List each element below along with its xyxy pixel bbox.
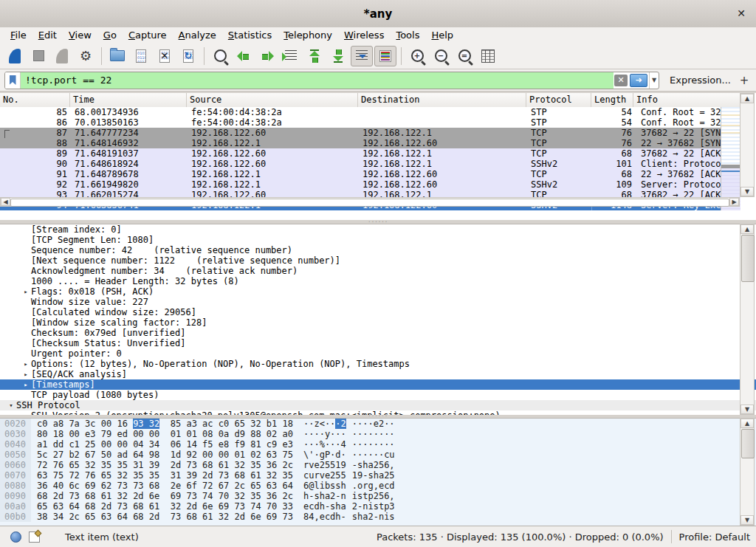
packet-row-92[interactable]: 9271.661949820192.168.122.1192.168.122.6… bbox=[0, 179, 721, 190]
hex-row-0070[interactable]: 007063 75 72 76 65 32 35 35 31 39 2d 73 … bbox=[0, 470, 756, 481]
scroll-up-arrow-icon[interactable]: ▲ bbox=[740, 224, 754, 234]
stop-capture-button[interactable] bbox=[27, 46, 49, 66]
menu-tools[interactable]: Tools bbox=[390, 29, 425, 41]
hex-row-0080[interactable]: 008036 40 6c 69 62 73 73 68 2e 6f 72 67 … bbox=[0, 481, 756, 491]
column-header-time[interactable]: Time bbox=[70, 93, 187, 107]
detail-line[interactable]: ▸Options: (12 bytes), No-Operation (NOP)… bbox=[0, 359, 756, 369]
detail-line[interactable]: Checksum: 0x79ed [unverified] bbox=[0, 328, 756, 338]
hex-row-00b0[interactable]: 00b038 34 2c 65 63 64 68 2d 73 68 61 32 … bbox=[0, 512, 756, 522]
display-filter-field[interactable]: ✕ ➜ ▼ bbox=[4, 72, 659, 89]
column-header-length[interactable]: Length bbox=[591, 93, 633, 107]
column-header-no[interactable]: No. bbox=[0, 93, 70, 107]
menu-telephony[interactable]: Telephony bbox=[278, 29, 338, 41]
auto-scroll-toggle[interactable] bbox=[351, 46, 373, 66]
go-back-button[interactable] bbox=[233, 46, 255, 66]
filter-apply-icon[interactable]: ➜ bbox=[630, 74, 647, 87]
menu-edit[interactable]: Edit bbox=[32, 29, 63, 41]
zoom-in-button[interactable]: + bbox=[406, 46, 428, 66]
expander-triangle-icon[interactable]: ▸ bbox=[21, 286, 31, 297]
go-forward-button[interactable] bbox=[256, 46, 278, 66]
menu-statistics[interactable]: Statistics bbox=[222, 29, 278, 41]
column-header-destination[interactable]: Destination bbox=[358, 93, 526, 107]
hex-row-00a0[interactable]: 00a065 63 64 68 2d 73 68 61 32 2d 6e 69 … bbox=[0, 501, 756, 512]
detail-line[interactable]: [Stream index: 0] bbox=[0, 224, 756, 235]
add-filter-button[interactable]: + bbox=[737, 74, 752, 87]
restart-capture-button[interactable] bbox=[51, 46, 73, 66]
expander-triangle-icon[interactable]: ▸ bbox=[21, 369, 31, 379]
expander-triangle-icon[interactable]: ▸ bbox=[21, 359, 31, 369]
detail-line[interactable]: 1000 .... = Header Length: 32 bytes (8) bbox=[0, 276, 756, 286]
detail-line[interactable]: [Next sequence number: 1122 (relative se… bbox=[0, 255, 756, 266]
packet-row-85[interactable]: 8568.001734936fe:54:00:d4:38:2aSTP54Conf… bbox=[0, 107, 721, 117]
menu-help[interactable]: Help bbox=[425, 29, 459, 41]
find-packet-button[interactable] bbox=[209, 46, 231, 66]
hex-row-0060[interactable]: 006072 76 65 32 35 35 31 39 2d 73 68 61 … bbox=[0, 460, 756, 470]
detail-line[interactable]: [TCP Segment Len: 1080] bbox=[0, 235, 756, 245]
detail-line[interactable]: ▸Flags: 0x018 (PSH, ACK) bbox=[0, 286, 756, 297]
detail-line[interactable]: [Window size scaling factor: 128] bbox=[0, 317, 756, 328]
detail-line[interactable]: Urgent pointer: 0 bbox=[0, 348, 756, 359]
detail-line[interactable]: ▾SSH Protocol bbox=[0, 400, 756, 410]
title-bar[interactable]: *any ✕ bbox=[0, 0, 756, 28]
capture-options-button[interactable]: ⚙ bbox=[75, 46, 97, 66]
detail-line[interactable]: [Calculated window size: 29056] bbox=[0, 307, 756, 317]
detail-line[interactable]: ▸[SEQ/ACK analysis] bbox=[0, 369, 756, 379]
detail-vscroll-thumb[interactable] bbox=[741, 235, 755, 282]
packet-list-vscrollbar[interactable]: ▲ ▼ bbox=[740, 93, 755, 197]
filter-history-caret-icon[interactable]: ▼ bbox=[649, 72, 659, 89]
bytes-vscrollbar[interactable]: ▲ ▼ bbox=[740, 418, 755, 526]
scroll-down-arrow-icon[interactable]: ▼ bbox=[740, 515, 754, 525]
scroll-up-arrow-icon[interactable]: ▲ bbox=[740, 419, 754, 428]
menu-file[interactable]: File bbox=[4, 29, 32, 41]
bytes-vscroll-thumb[interactable] bbox=[741, 429, 755, 458]
hex-row-0020[interactable]: 0020c0 a8 7a 3c 00 16 93 32 85 a3 ac c0 … bbox=[0, 419, 756, 429]
menu-wireless[interactable]: Wireless bbox=[338, 29, 390, 41]
close-icon[interactable]: ✕ bbox=[734, 6, 749, 21]
menu-capture[interactable]: Capture bbox=[123, 29, 173, 41]
scroll-right-arrow-icon[interactable]: ▶ bbox=[729, 198, 739, 206]
hex-row-0090[interactable]: 009068 2d 73 68 61 32 2d 6e 69 73 74 70 … bbox=[0, 491, 756, 501]
zoom-reset-button[interactable]: = bbox=[453, 46, 475, 66]
menu-go[interactable]: Go bbox=[97, 29, 123, 41]
start-capture-button[interactable] bbox=[4, 46, 26, 66]
go-to-bottom-button[interactable] bbox=[327, 46, 349, 66]
open-file-button[interactable] bbox=[106, 46, 128, 66]
go-to-top-button[interactable] bbox=[303, 46, 326, 66]
profile-status[interactable]: Profile: Default bbox=[679, 531, 750, 543]
scroll-down-arrow-icon[interactable]: ▼ bbox=[740, 405, 754, 414]
packet-row-90[interactable]: 9071.648618924192.168.122.60192.168.122.… bbox=[0, 159, 721, 169]
scroll-down-arrow-icon[interactable]: ▼ bbox=[740, 187, 754, 196]
reload-file-button[interactable]: 0101 0110↻ bbox=[177, 46, 199, 66]
capture-comment-icon[interactable] bbox=[29, 531, 40, 543]
save-file-button[interactable]: 0101 0110 0111 bbox=[130, 46, 152, 66]
packet-row-91[interactable]: 9171.648789678192.168.122.1192.168.122.6… bbox=[0, 169, 721, 179]
detail-line[interactable]: ▸[Timestamps] bbox=[0, 379, 756, 390]
filter-bookmark-icon[interactable] bbox=[5, 72, 21, 89]
detail-line[interactable]: Sequence number: 42 (relative sequence n… bbox=[0, 245, 756, 255]
expander-triangle-icon[interactable]: ▾ bbox=[6, 400, 16, 410]
go-to-packet-button[interactable] bbox=[280, 46, 302, 66]
packet-row-89[interactable]: 8971.648191037192.168.122.60192.168.122.… bbox=[0, 148, 721, 159]
scroll-left-arrow-icon[interactable]: ◀ bbox=[1, 198, 10, 206]
resize-columns-button[interactable] bbox=[477, 46, 499, 66]
detail-line[interactable]: Acknowledgment number: 34 (relative ack … bbox=[0, 266, 756, 276]
colorize-toggle[interactable] bbox=[374, 46, 396, 66]
expression-button[interactable]: Expression... bbox=[670, 75, 731, 86]
close-file-button[interactable]: 0101 0110✕ bbox=[154, 46, 176, 66]
detail-line[interactable]: TCP payload (1080 bytes) bbox=[0, 390, 756, 400]
menu-view[interactable]: View bbox=[63, 29, 97, 41]
menu-analyze[interactable]: Analyze bbox=[173, 29, 222, 41]
packet-list-hscrollbar[interactable]: ◀ ▶ bbox=[0, 197, 740, 207]
scroll-up-arrow-icon[interactable]: ▲ bbox=[740, 94, 754, 103]
intelligent-scrollbar-minimap[interactable] bbox=[721, 107, 740, 210]
expert-info-icon[interactable] bbox=[10, 531, 21, 543]
zoom-out-button[interactable]: − bbox=[430, 46, 452, 66]
hex-row-0040[interactable]: 0040a1 dd c1 25 00 00 04 34 06 14 f5 e8 … bbox=[0, 439, 756, 450]
column-header-info[interactable]: Info bbox=[633, 93, 740, 107]
hex-row-0050[interactable]: 00505c 27 b2 67 50 ad 64 98 1d 92 00 00 … bbox=[0, 450, 756, 460]
filter-clear-icon[interactable]: ✕ bbox=[614, 75, 628, 86]
packet-row-87[interactable]: 8771.647777234192.168.122.60192.168.122.… bbox=[0, 128, 721, 138]
column-header-protocol[interactable]: Protocol bbox=[526, 93, 591, 107]
expander-triangle-icon[interactable]: ▸ bbox=[21, 379, 31, 390]
detail-line[interactable]: [Checksum Status: Unverified] bbox=[0, 338, 756, 348]
